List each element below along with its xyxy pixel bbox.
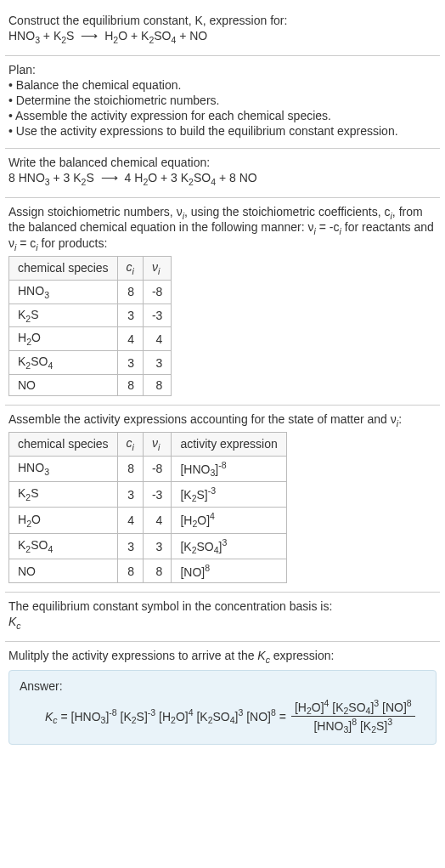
sp-b: SO: [31, 538, 48, 552]
ae-sup: 3: [222, 537, 227, 547]
cell-species: K2SO4: [9, 533, 118, 559]
ae-b: S]: [196, 488, 207, 502]
table-row: NO 8 8 [NO]8: [9, 559, 287, 583]
bal-3b: O + 3 K: [148, 171, 189, 184]
stoich-desc: Assign stoichiometric numbers, νi, using…: [8, 205, 437, 252]
table-row: K2S 3 -3 [K2S]-3: [9, 482, 287, 508]
activity-table: chemical species ci νi activity expressi…: [8, 432, 287, 583]
sp-s: 3: [44, 467, 49, 477]
multiply-desc: Mulitply the activity expressions to arr…: [8, 649, 437, 665]
cell-ci: 3: [117, 304, 143, 327]
cell-ci: 4: [117, 327, 143, 351]
sp-a: K: [18, 538, 25, 552]
eq-k2so4-b: SO: [154, 29, 171, 43]
ae-sup: 4: [210, 511, 215, 521]
ans-eq: =: [58, 710, 71, 723]
sp-a: H: [18, 331, 26, 344]
sp-a: HNO: [18, 461, 44, 474]
ae-sup: -3: [208, 485, 216, 496]
mul-c: expression:: [270, 649, 334, 662]
plan-title: Plan:: [8, 63, 437, 77]
cell-ci: 4: [117, 508, 143, 533]
sp-b: S: [31, 486, 38, 500]
kc-c: c: [16, 621, 20, 631]
th-vi-s: i: [158, 442, 160, 452]
sp-b: SO: [31, 355, 48, 368]
t1a: [HNO: [71, 710, 101, 723]
cell-ci: 8: [117, 456, 143, 481]
ans-kc: K: [45, 710, 53, 723]
table-row: K2SO4 3 3 [K2SO4]3: [9, 533, 287, 559]
ae-b: SO: [196, 540, 213, 553]
kc-k: K: [8, 615, 16, 628]
n1b: O]: [312, 700, 324, 713]
cell-vi: 4: [143, 327, 171, 351]
sp-s2: 4: [48, 360, 53, 371]
cell-ci: 3: [117, 482, 143, 508]
ae-b: O]: [197, 513, 210, 527]
cell-species: NO: [9, 559, 118, 583]
cell-vi: 4: [143, 508, 171, 533]
th-ci: ci: [117, 256, 143, 280]
stoich-table: chemical species ci νi HNO3 8 -8 K2S 3 -…: [8, 256, 172, 396]
t3a: [H: [155, 710, 171, 723]
arrow-icon: ⟶: [77, 29, 101, 43]
cell-activity: [K2S]-3: [172, 482, 286, 508]
sp-a: K: [18, 486, 25, 500]
plan-item-3: • Assemble the activity expression for e…: [8, 109, 437, 122]
t4a: [K: [194, 710, 208, 723]
ae-a: [K: [180, 540, 191, 553]
d2sup: 3: [387, 717, 392, 727]
th-activity: activity expression: [172, 432, 286, 456]
balanced-section: Write the balanced chemical equation: 8 …: [5, 149, 440, 198]
kc-expression: Kc = [HNO3]-8 [K2S]-3 [H2O]4 [K2SO4]3 [N…: [20, 698, 425, 735]
d1a: [HNO: [313, 719, 343, 733]
balanced-equation: 8 HNO3 + 3 K2S ⟶ 4 H2O + 3 K2SO4 + 8 NO: [8, 171, 437, 187]
th-vi: νi: [143, 256, 171, 280]
cell-vi: 3: [143, 351, 171, 375]
th-ci-c: c: [127, 436, 132, 450]
frac-denominator: [HNO3]8 [K2S]3: [310, 717, 396, 735]
n1a: [H: [295, 700, 307, 713]
plan-section: Plan: • Balance the chemical equation. •…: [5, 56, 440, 149]
eq-no: + NO: [176, 29, 207, 43]
st-d1: Assign stoichiometric numbers, ν: [8, 205, 183, 218]
balanced-title: Write the balanced chemical equation:: [8, 156, 437, 169]
cell-vi: -8: [143, 280, 171, 304]
cell-ci: 8: [117, 559, 143, 583]
sp-b: O: [31, 331, 41, 344]
n3sup: 8: [407, 698, 412, 708]
answer-section: Mulitply the activity expressions to arr…: [5, 642, 440, 753]
intro-equation: HNO3 + K2S ⟶ H2O + K2SO4 + NO: [8, 29, 437, 45]
table-row: K2S 3 -3: [9, 304, 172, 327]
table-header-row: chemical species ci νi: [9, 256, 172, 280]
ae-a: [NO]: [180, 565, 205, 579]
table-row: HNO3 8 -8: [9, 280, 172, 304]
kc-fraction: [H2O]4 [K2SO4]3 [NO]8 [HNO3]8 [K2S]3: [291, 698, 415, 735]
kc-symbol: Kc: [8, 615, 437, 631]
st-d4: = -c: [316, 220, 340, 234]
cell-species: HNO3: [9, 280, 118, 304]
cell-activity: [NO]8: [172, 559, 286, 583]
eq-s: S: [66, 29, 77, 43]
table-row: NO 8 8: [9, 374, 172, 395]
sp-s: 3: [44, 290, 49, 300]
cell-vi: -8: [143, 456, 171, 481]
table-header-row: chemical species ci νi activity expressi…: [9, 432, 287, 456]
st-d6: = c: [16, 236, 36, 250]
ae-sup: 8: [205, 563, 210, 573]
cell-species: H2O: [9, 327, 118, 351]
bal-2: + 3 K: [50, 171, 82, 184]
cell-vi: 8: [143, 559, 171, 583]
stoich-section: Assign stoichiometric numbers, νi, using…: [5, 198, 440, 406]
eq-hno3-a: HNO: [8, 29, 35, 43]
t5a: [NO]: [243, 710, 271, 723]
th-species: chemical species: [9, 256, 118, 280]
intro-title: Construct the equilibrium constant, K, e…: [8, 14, 437, 27]
th-ci-s: i: [132, 442, 134, 452]
bal-4b: SO: [194, 171, 211, 184]
cell-vi: 3: [143, 533, 171, 559]
sp-s2: 4: [48, 544, 53, 554]
frac-numerator: [H2O]4 [K2SO4]3 [NO]8: [291, 698, 415, 717]
t3b: O]: [176, 710, 189, 723]
